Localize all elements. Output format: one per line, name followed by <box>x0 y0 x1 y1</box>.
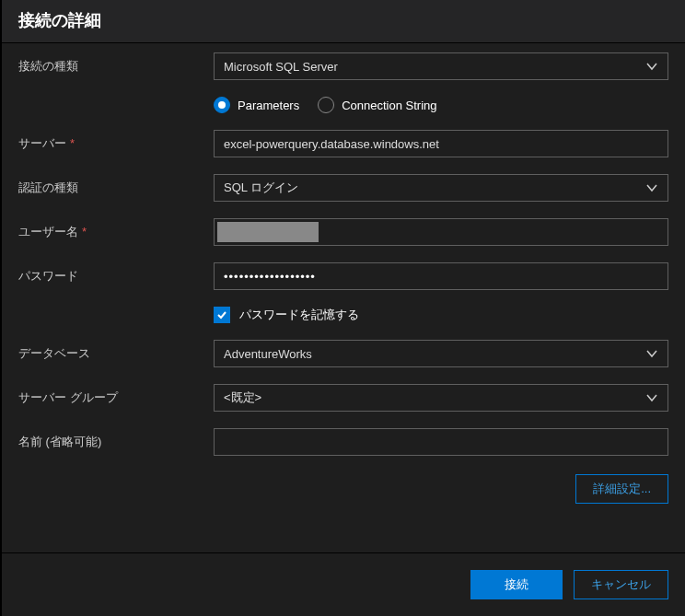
name-label: 名前 (省略可能) <box>18 434 214 450</box>
remember-password-checkbox[interactable] <box>214 307 230 323</box>
radio-unchecked-icon <box>318 97 334 113</box>
database-value: AdventureWorks <box>224 347 645 361</box>
database-label: データベース <box>18 345 214 362</box>
auth-type-label: 認証の種類 <box>18 180 214 196</box>
radio-connection-string[interactable]: Connection String <box>318 97 436 113</box>
check-icon <box>216 309 227 320</box>
radio-checked-icon <box>214 97 230 113</box>
chevron-down-icon <box>645 347 658 360</box>
username-input[interactable] <box>214 218 668 246</box>
radio-parameters[interactable]: Parameters <box>214 97 299 113</box>
connection-dialog: 接続の詳細 接続の種類 Microsoft SQL Server <box>0 0 685 616</box>
server-input[interactable] <box>214 130 668 157</box>
username-label: ユーザー名* <box>18 224 214 240</box>
cancel-button[interactable]: キャンセル <box>574 570 668 599</box>
dialog-title: 接続の詳細 <box>2 0 685 43</box>
chevron-down-icon <box>645 60 658 73</box>
remember-password-label: パスワードを記憶する <box>239 307 359 323</box>
server-group-value: <既定> <box>224 389 645 406</box>
radio-connection-string-label: Connection String <box>342 99 436 112</box>
server-group-select[interactable]: <既定> <box>214 384 668 412</box>
form: 接続の種類 Microsoft SQL Server Parameters <box>2 43 685 504</box>
required-indicator: * <box>82 225 87 238</box>
database-select[interactable]: AdventureWorks <box>214 340 668 367</box>
dialog-footer: 接続 キャンセル <box>2 552 685 616</box>
connection-mode-radio-group: Parameters Connection String <box>214 97 668 113</box>
username-redacted <box>217 222 319 242</box>
connection-type-select[interactable]: Microsoft SQL Server <box>214 52 668 80</box>
required-indicator: * <box>70 136 75 150</box>
password-input[interactable]: •••••••••••••••••• <box>214 262 668 290</box>
chevron-down-icon <box>645 181 658 194</box>
auth-type-value: SQL ログイン <box>224 180 645 196</box>
advanced-settings-button[interactable]: 詳細設定... <box>575 474 668 504</box>
server-label: サーバー* <box>18 135 214 152</box>
connection-type-value: Microsoft SQL Server <box>224 60 645 74</box>
auth-type-select[interactable]: SQL ログイン <box>214 174 668 202</box>
chevron-down-icon <box>645 391 658 404</box>
name-input[interactable] <box>214 428 668 456</box>
server-group-label: サーバー グループ <box>18 389 214 406</box>
password-label: パスワード <box>18 268 214 285</box>
connection-type-label: 接続の種類 <box>18 58 214 75</box>
connect-button[interactable]: 接続 <box>470 570 563 599</box>
radio-parameters-label: Parameters <box>238 99 299 112</box>
